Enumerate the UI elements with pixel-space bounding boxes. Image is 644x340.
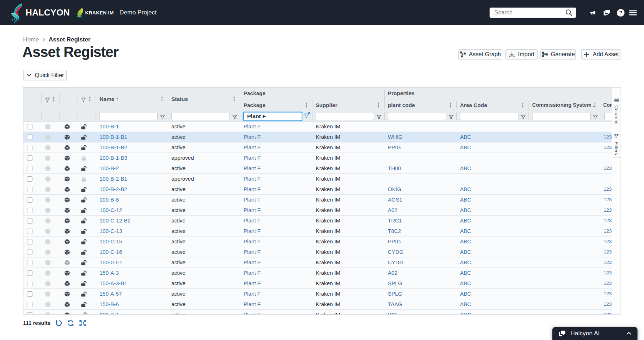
svg-text:?: ? (619, 10, 622, 16)
